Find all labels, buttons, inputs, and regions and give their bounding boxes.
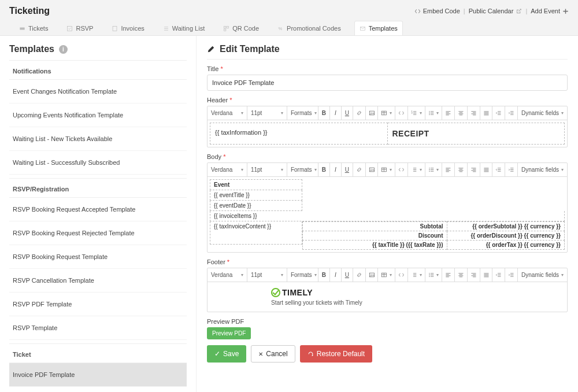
header-editor-body[interactable]: {{ taxInformation }} RECEIPT bbox=[208, 120, 567, 147]
group-ticket: Ticket bbox=[9, 343, 187, 363]
dynamic-fields-select[interactable]: Dynamic fields▾ bbox=[518, 163, 567, 176]
bold-button[interactable]: B bbox=[318, 106, 330, 120]
image-button[interactable] bbox=[366, 106, 379, 120]
link-button[interactable] bbox=[353, 268, 366, 282]
bold-button[interactable]: B bbox=[318, 163, 330, 176]
public-calendar-link[interactable]: Public Calendar bbox=[469, 8, 523, 14]
image-icon bbox=[369, 110, 375, 116]
bullist-button[interactable]: ▾ bbox=[425, 268, 443, 282]
group-rsvp: RSVP/Registration bbox=[9, 178, 187, 198]
underline-button[interactable]: U bbox=[342, 163, 353, 176]
svg-rect-3 bbox=[227, 26, 228, 28]
numlist-button[interactable]: ▾ bbox=[408, 163, 425, 176]
code-button[interactable] bbox=[395, 163, 408, 176]
formats-select[interactable]: Formats▾ bbox=[287, 268, 318, 282]
sidebar-item[interactable]: RSVP Cancellation Template bbox=[9, 269, 187, 293]
cancel-button[interactable]: Cancel bbox=[251, 345, 295, 363]
align-right-button[interactable] bbox=[468, 106, 480, 120]
align-right-button[interactable] bbox=[468, 268, 480, 282]
indent-button[interactable] bbox=[505, 106, 518, 120]
sidebar-item[interactable]: Waiting List - New Tickets Available bbox=[9, 127, 187, 151]
underline-button[interactable]: U bbox=[342, 106, 353, 120]
sidebar-item[interactable]: Ticket Cancellation Template bbox=[9, 387, 187, 392]
code-button[interactable] bbox=[395, 106, 408, 120]
sidebar-item-invoice-pdf[interactable]: Invoice PDF Template bbox=[9, 363, 187, 387]
bullist-button[interactable]: ▾ bbox=[425, 106, 443, 120]
info-icon[interactable]: i bbox=[59, 45, 68, 54]
ticket-icon bbox=[19, 25, 25, 32]
svg-point-26 bbox=[429, 276, 429, 276]
align-left-button[interactable] bbox=[442, 106, 455, 120]
link-button[interactable] bbox=[353, 163, 366, 176]
formats-select[interactable]: Formats▾ bbox=[287, 106, 318, 120]
file-icon bbox=[112, 25, 118, 32]
body-editor-body[interactable]: Event {{ eventTitle }} {{ eventDate }} {… bbox=[208, 177, 567, 252]
save-button[interactable]: Save bbox=[207, 345, 246, 363]
italic-button[interactable]: I bbox=[330, 106, 342, 120]
outdent-button[interactable] bbox=[492, 106, 505, 120]
sidebar-item[interactable]: RSVP Booking Request Template bbox=[9, 245, 187, 269]
image-button[interactable] bbox=[366, 163, 379, 176]
italic-button[interactable]: I bbox=[330, 163, 342, 176]
align-center-button[interactable] bbox=[455, 163, 468, 176]
sidebar-item[interactable]: RSVP PDF Template bbox=[9, 293, 187, 316]
fontsize-select[interactable]: 11pt▾ bbox=[247, 106, 287, 120]
preview-pdf-button[interactable]: Preview PDF bbox=[207, 327, 251, 339]
underline-button[interactable]: U bbox=[342, 268, 353, 282]
font-select[interactable]: Verdana▾ bbox=[208, 163, 247, 176]
align-left-button[interactable] bbox=[442, 163, 455, 176]
indent-button[interactable] bbox=[505, 268, 518, 282]
bold-button[interactable]: B bbox=[318, 268, 330, 282]
align-justify-button[interactable] bbox=[480, 163, 493, 176]
align-center-button[interactable] bbox=[455, 268, 468, 282]
close-icon bbox=[258, 350, 263, 358]
sidebar-item[interactable]: RSVP Booking Request Accepted Template bbox=[9, 198, 187, 221]
dynamic-fields-select[interactable]: Dynamic fields▾ bbox=[518, 268, 567, 282]
sidebar-item[interactable]: RSVP Template bbox=[9, 316, 187, 340]
link-button[interactable] bbox=[353, 106, 366, 120]
tab-waiting[interactable]: Waiting List bbox=[158, 21, 210, 35]
sidebar-item[interactable]: Event Changes Notification Template bbox=[9, 80, 187, 103]
fontsize-select[interactable]: 11pt▾ bbox=[247, 163, 287, 176]
numlist-button[interactable]: 12▾ bbox=[408, 106, 425, 120]
indent-button[interactable] bbox=[505, 163, 518, 176]
italic-button[interactable]: I bbox=[330, 268, 342, 282]
align-justify-button[interactable] bbox=[480, 268, 493, 282]
outdent-button[interactable] bbox=[492, 163, 505, 176]
outdent-button[interactable] bbox=[492, 268, 505, 282]
code-button[interactable] bbox=[395, 268, 408, 282]
numlist-button[interactable]: ▾ bbox=[408, 268, 425, 282]
align-justify-button[interactable] bbox=[480, 106, 493, 120]
title-input[interactable] bbox=[207, 75, 568, 91]
align-left-icon bbox=[445, 110, 451, 116]
timely-check-icon bbox=[271, 288, 280, 297]
tab-rsvp[interactable]: RSVP bbox=[61, 21, 98, 35]
tabs: Tickets RSVP Invoices Waiting List QR Co… bbox=[9, 21, 569, 35]
embed-code-link[interactable]: Embed Code bbox=[414, 8, 460, 14]
tab-invoices[interactable]: Invoices bbox=[106, 21, 149, 35]
sidebar-item[interactable]: RSVP Booking Request Rejected Template bbox=[9, 221, 187, 245]
sidebar-item[interactable]: Waiting List - Successfully Subscribed bbox=[9, 151, 187, 175]
table-button[interactable]: ▾ bbox=[378, 268, 395, 282]
table-button[interactable]: ▾ bbox=[378, 106, 395, 120]
align-left-button[interactable] bbox=[442, 268, 455, 282]
font-select[interactable]: Verdana▾ bbox=[208, 268, 247, 282]
dynamic-fields-select[interactable]: Dynamic fields▾ bbox=[518, 106, 567, 120]
align-right-button[interactable] bbox=[468, 163, 480, 176]
svg-rect-4 bbox=[224, 29, 226, 31]
bullist-button[interactable]: ▾ bbox=[425, 163, 443, 176]
fontsize-select[interactable]: 11pt▾ bbox=[247, 268, 287, 282]
sidebar-item[interactable]: Upcoming Events Notification Template bbox=[9, 103, 187, 127]
formats-select[interactable]: Formats▾ bbox=[287, 163, 318, 176]
image-button[interactable] bbox=[366, 268, 379, 282]
tab-promo[interactable]: %Promotional Codes bbox=[272, 21, 346, 35]
align-center-button[interactable] bbox=[455, 106, 468, 120]
font-select[interactable]: Verdana▾ bbox=[208, 106, 247, 120]
tab-templates[interactable]: Templates bbox=[354, 21, 403, 35]
restore-default-button[interactable]: Restore Default bbox=[300, 345, 372, 363]
footer-editor-body[interactable]: TIMELY Start selling your tickets with T… bbox=[208, 282, 567, 312]
tab-qr[interactable]: QR Code bbox=[218, 21, 264, 35]
add-event-link[interactable]: Add Event bbox=[531, 8, 569, 14]
table-button[interactable]: ▾ bbox=[378, 163, 395, 176]
tab-tickets[interactable]: Tickets bbox=[14, 21, 53, 35]
